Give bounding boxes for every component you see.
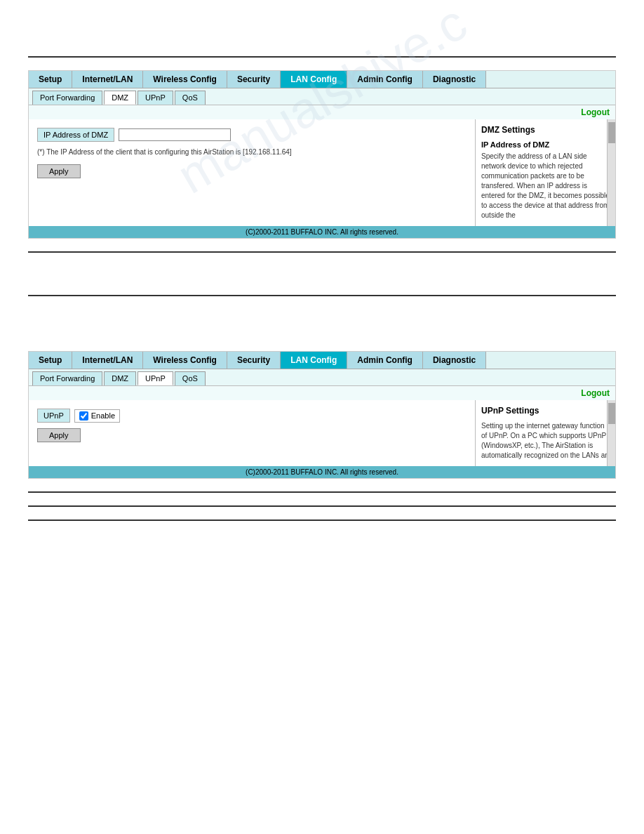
panel1-form: IP Address of DMZ (*) The IP Address of …	[29, 119, 475, 226]
panel1-logout-link[interactable]: Logout	[581, 107, 610, 117]
panel2-nav-internet-lan[interactable]: Internet/LAN	[72, 352, 143, 369]
nav-internet-lan[interactable]: Internet/LAN	[72, 71, 143, 88]
spacer2	[0, 239, 644, 251]
panel2-enable-checkbox[interactable]	[79, 411, 88, 421]
panel2-nav-admin-config[interactable]: Admin Config	[347, 352, 423, 369]
page-wrapper: Setup Internet/LAN Wireless Config Secur…	[0, 0, 644, 834]
panel2-subnav-port-forwarding[interactable]: Port Forwarding	[32, 371, 102, 385]
panel2-scroll-thumb[interactable]	[608, 403, 615, 424]
panel1-note: (*) The IP Address of the client that is…	[37, 147, 467, 157]
panel1-logout-bar: Logout	[29, 105, 615, 119]
panel1-help-text: Specify the address of a LAN side networ…	[481, 152, 610, 220]
panel1-footer: (C)2000-2011 BUFFALO INC. All rights res…	[29, 226, 615, 238]
nav-setup[interactable]: Setup	[29, 71, 72, 88]
spacer6	[0, 479, 644, 491]
panel2-upnp-row: UPnP Enable	[37, 409, 467, 423]
panel2-subnav-dmz[interactable]: DMZ	[104, 371, 136, 385]
panel2-logout-bar: Logout	[29, 386, 615, 400]
panel2-footer: (C)2000-2011 BUFFALO INC. All rights res…	[29, 466, 615, 478]
panel2-subnav-qos[interactable]: QoS	[175, 371, 206, 385]
nav-wireless-config[interactable]: Wireless Config	[143, 71, 227, 88]
panel2-subnav: Port Forwarding DMZ UPnP QoS	[29, 369, 615, 386]
nav-diagnostic[interactable]: Diagnostic	[423, 71, 486, 88]
panel1-content: IP Address of DMZ (*) The IP Address of …	[29, 119, 615, 226]
spacer7	[0, 493, 644, 505]
panel2-form: UPnP Enable Apply	[29, 400, 475, 466]
spacer1	[0, 58, 644, 70]
panel2-navbar: Setup Internet/LAN Wireless Config Secur…	[29, 352, 615, 369]
subnav-qos[interactable]: QoS	[175, 91, 206, 105]
panel2-nav-setup[interactable]: Setup	[29, 352, 72, 369]
nav-lan-config[interactable]: LAN Config	[281, 71, 347, 88]
top-spacer	[0, 0, 644, 56]
panel2-content: UPnP Enable Apply UPnP Settings Setting …	[29, 400, 615, 466]
bottom-spacer	[0, 521, 644, 549]
panel2-section: Setup Internet/LAN Wireless Config Secur…	[0, 351, 644, 479]
nav-admin-config[interactable]: Admin Config	[347, 71, 423, 88]
subnav-dmz[interactable]: DMZ	[104, 91, 136, 105]
subnav-port-forwarding[interactable]: Port Forwarding	[32, 91, 102, 105]
panel2-nav-wireless-config[interactable]: Wireless Config	[143, 352, 227, 369]
panel2-subnav-upnp[interactable]: UPnP	[137, 371, 173, 385]
nav-security[interactable]: Security	[227, 71, 281, 88]
panel2-logout-link[interactable]: Logout	[581, 388, 610, 398]
panel1-subnav: Port Forwarding DMZ UPnP QoS	[29, 88, 615, 105]
panel2-apply-button[interactable]: Apply	[37, 428, 81, 442]
panel1-ip-row: IP Address of DMZ	[37, 128, 467, 142]
panel2-nav-security[interactable]: Security	[227, 352, 281, 369]
panel2-enable-container: Enable	[74, 409, 120, 423]
subnav-upnp[interactable]: UPnP	[137, 91, 173, 105]
spacer5	[0, 309, 644, 351]
panel1-navbar: Setup Internet/LAN Wireless Config Secur…	[29, 71, 615, 88]
panel1-ip-input[interactable]	[119, 128, 231, 141]
panel2-enable-label: Enable	[91, 411, 115, 420]
spacer4	[0, 296, 644, 309]
panel1-scroll-thumb[interactable]	[608, 122, 615, 143]
panel1-help-title: DMZ Settings	[481, 125, 610, 135]
panel1-help: DMZ Settings IP Address of DMZ Specify t…	[475, 119, 615, 226]
panel1-ip-label: IP Address of DMZ	[37, 128, 114, 142]
panel1-scrollbar[interactable]	[607, 119, 615, 226]
panel2-upnp-label: UPnP	[37, 409, 70, 423]
panel1-help-subtitle: IP Address of DMZ	[481, 140, 610, 149]
panel2-nav-lan-config[interactable]: LAN Config	[281, 352, 347, 369]
spacer8	[0, 507, 644, 519]
panel2-nav-diagnostic[interactable]: Diagnostic	[423, 352, 486, 369]
panel2-scrollbar[interactable]	[607, 400, 615, 466]
panel2-help: UPnP Settings Setting up the internet ga…	[475, 400, 615, 466]
panel2-help-title: UPnP Settings	[481, 406, 610, 416]
panel1-section: Setup Internet/LAN Wireless Config Secur…	[0, 70, 644, 239]
panel2: Setup Internet/LAN Wireless Config Secur…	[28, 351, 616, 479]
spacer3	[0, 253, 644, 295]
panel1: Setup Internet/LAN Wireless Config Secur…	[28, 70, 616, 239]
panel2-help-text: Setting up the internet gateway function…	[481, 421, 610, 461]
panel1-apply-button[interactable]: Apply	[37, 164, 81, 178]
